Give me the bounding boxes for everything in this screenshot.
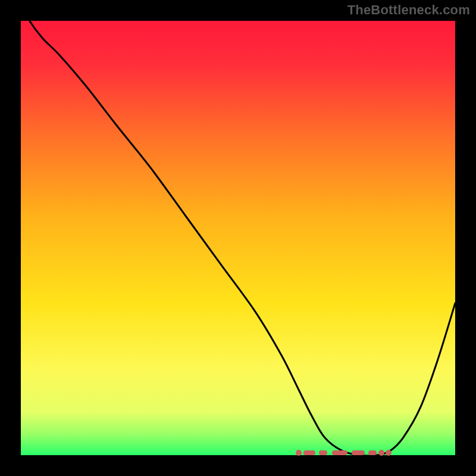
bottleneck-curve bbox=[21, 21, 455, 455]
optimal-range-marker bbox=[299, 449, 394, 456]
plot-area bbox=[21, 21, 455, 455]
watermark-text: TheBottleneck.com bbox=[347, 2, 470, 18]
chart-frame: TheBottleneck.com bbox=[0, 0, 476, 476]
